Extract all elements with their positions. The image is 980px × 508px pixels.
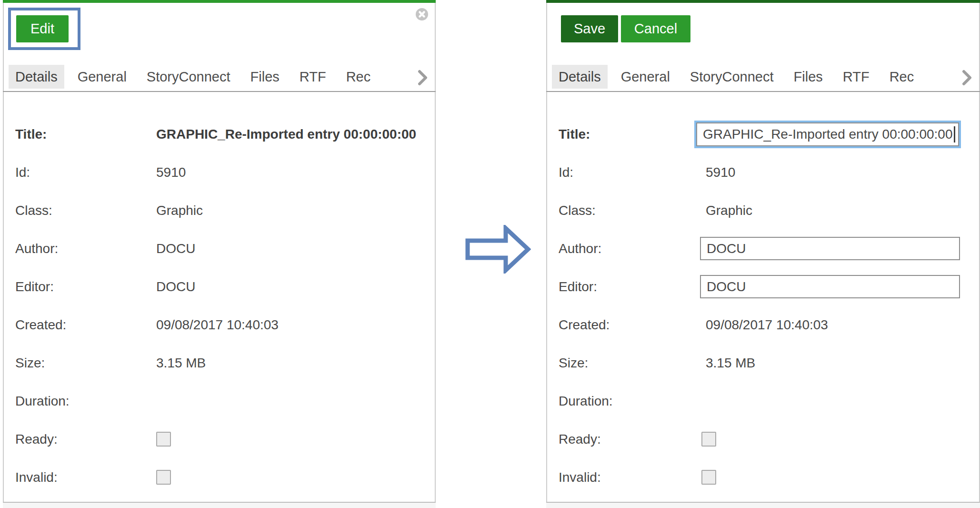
class-value: Graphic xyxy=(156,192,203,230)
size-value: 3.15 MB xyxy=(156,344,206,382)
field-row-invalid: Invalid: xyxy=(547,458,979,497)
editor-input[interactable] xyxy=(700,275,960,298)
tab-rec[interactable]: Rec xyxy=(883,65,921,89)
field-row-editor: Editor: xyxy=(547,268,979,306)
ready-label: Ready: xyxy=(559,420,601,458)
tab-general[interactable]: General xyxy=(71,65,133,89)
class-value: Graphic xyxy=(706,192,752,230)
tab-rtf[interactable]: RTF xyxy=(293,65,333,89)
field-row-class: Class: Graphic xyxy=(547,192,979,230)
tab-bar: Details General StoryConnect Files RTF R… xyxy=(552,65,946,89)
ready-checkbox[interactable] xyxy=(701,432,716,447)
title-input-focus-ring: GRAPHIC_Re-Imported entry 00:00:00:00 xyxy=(694,121,961,148)
panel-accent-bar xyxy=(3,0,436,3)
tab-storyconnect[interactable]: StoryConnect xyxy=(683,65,780,89)
field-row-created: Created: 09/08/2017 10:40:03 xyxy=(4,306,435,344)
field-row-id: Id: 5910 xyxy=(547,153,979,192)
panel-accent-bar xyxy=(546,0,980,3)
tab-rec[interactable]: Rec xyxy=(340,65,378,89)
author-value: DOCU xyxy=(156,230,195,268)
edit-button[interactable]: Edit xyxy=(16,15,69,42)
field-row-title: Title: GRAPHIC_Re-Imported entry 00:00:0… xyxy=(547,115,979,153)
duration-label: Duration: xyxy=(559,382,613,420)
save-button[interactable]: Save xyxy=(561,15,618,42)
field-row-id: Id: 5910 xyxy=(4,153,435,192)
field-row-editor: Editor: DOCU xyxy=(4,268,435,306)
id-value: 5910 xyxy=(706,153,735,192)
size-label: Size: xyxy=(15,344,45,382)
invalid-label: Invalid: xyxy=(15,458,58,497)
cancel-button[interactable]: Cancel xyxy=(621,15,690,42)
field-row-duration: Duration: xyxy=(547,382,979,420)
tab-general[interactable]: General xyxy=(614,65,677,89)
editor-label: Editor: xyxy=(559,268,597,306)
chevron-right-icon[interactable] xyxy=(962,70,972,86)
author-label: Author: xyxy=(15,230,58,268)
invalid-checkbox[interactable] xyxy=(701,470,716,485)
field-row-size: Size: 3.15 MB xyxy=(4,344,435,382)
class-label: Class: xyxy=(559,192,596,230)
field-row-author: Author: xyxy=(547,230,979,268)
author-input[interactable] xyxy=(700,237,960,260)
field-row-title: Title: GRAPHIC_Re-Imported entry 00:00:0… xyxy=(4,115,435,153)
title-label: Title: xyxy=(559,115,590,153)
created-label: Created: xyxy=(559,306,610,344)
title-label: Title: xyxy=(15,115,47,153)
field-row-ready: Ready: xyxy=(4,420,435,458)
tabs-divider xyxy=(546,91,980,92)
tab-rtf[interactable]: RTF xyxy=(836,65,876,89)
size-label: Size: xyxy=(559,344,588,382)
ready-checkbox xyxy=(156,432,171,447)
created-value: 09/08/2017 10:40:03 xyxy=(706,306,828,344)
tab-details[interactable]: Details xyxy=(552,65,608,89)
field-row-author: Author: DOCU xyxy=(4,230,435,268)
editor-label: Editor: xyxy=(15,268,54,306)
created-label: Created: xyxy=(15,306,66,344)
title-input[interactable]: GRAPHIC_Re-Imported entry 00:00:00:00 xyxy=(696,122,959,146)
details-panel-edit-mode: Save Cancel Details General StoryConnect… xyxy=(546,0,980,508)
tab-files[interactable]: Files xyxy=(244,65,286,89)
tab-storyconnect[interactable]: StoryConnect xyxy=(140,65,237,89)
invalid-checkbox xyxy=(156,470,171,485)
close-icon[interactable] xyxy=(415,8,429,21)
tab-files[interactable]: Files xyxy=(787,65,830,89)
id-label: Id: xyxy=(15,153,30,192)
transition-arrow-icon xyxy=(464,225,531,274)
created-value: 09/08/2017 10:40:03 xyxy=(156,306,279,344)
field-row-created: Created: 09/08/2017 10:40:03 xyxy=(547,306,979,344)
author-label: Author: xyxy=(559,230,601,268)
title-input-text: GRAPHIC_Re-Imported entry 00:00:00:00 xyxy=(703,127,952,142)
details-panel-view-mode: Edit Details General StoryConnect Files … xyxy=(3,0,436,508)
panel-footer-strip xyxy=(3,502,436,508)
tab-details[interactable]: Details xyxy=(9,65,64,89)
id-value: 5910 xyxy=(156,153,186,192)
tab-bar: Details General StoryConnect Files RTF R… xyxy=(9,65,401,89)
duration-label: Duration: xyxy=(15,382,70,420)
editor-value: DOCU xyxy=(156,268,195,306)
field-row-size: Size: 3.15 MB xyxy=(547,344,979,382)
field-row-ready: Ready: xyxy=(547,420,979,458)
panel-footer-strip xyxy=(546,502,980,508)
class-label: Class: xyxy=(15,192,52,230)
chevron-right-icon[interactable] xyxy=(418,70,428,86)
field-row-class: Class: Graphic xyxy=(4,192,435,230)
tabs-divider xyxy=(3,91,436,92)
id-label: Id: xyxy=(559,153,573,192)
size-value: 3.15 MB xyxy=(706,344,755,382)
title-value: GRAPHIC_Re-Imported entry 00:00:00:00 xyxy=(156,115,416,153)
text-caret xyxy=(954,126,955,142)
field-row-duration: Duration: xyxy=(4,382,435,420)
field-row-invalid: Invalid: xyxy=(4,458,435,497)
invalid-label: Invalid: xyxy=(559,458,601,497)
ready-label: Ready: xyxy=(15,420,58,458)
